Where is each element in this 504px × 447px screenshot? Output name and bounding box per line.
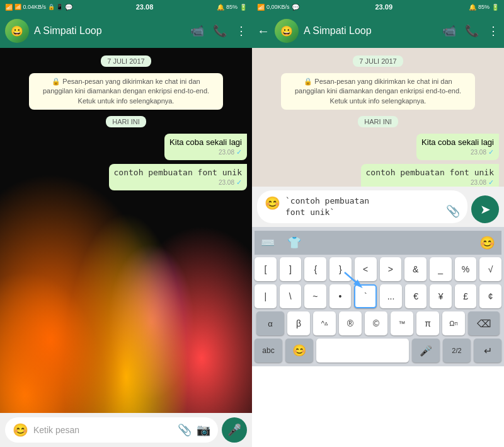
right-status-left: 📶 0,00KB/s 💬 xyxy=(257,4,299,11)
key-trademark[interactable]: ™ xyxy=(391,311,413,335)
right-header-icons: 📹 📞 ⋮ xyxy=(442,24,499,38)
send-icon: ➤ xyxy=(480,202,491,217)
key-omega[interactable]: ΩΠ xyxy=(442,311,465,335)
right-msg-2-time: 23.08 xyxy=(471,179,486,186)
key-pi[interactable]: π xyxy=(416,311,439,335)
key-alpha[interactable]: α xyxy=(256,311,284,335)
left-contact-name: A Simpati Loop xyxy=(34,25,185,37)
left-security-notice[interactable]: 🔒 Pesan-pesan yang dikirimkan ke chat in… xyxy=(29,73,222,110)
right-signal-icon: 📶 xyxy=(257,4,265,11)
key-greater-than[interactable]: > xyxy=(380,257,402,281)
alarm-icon: 🔔 xyxy=(217,4,224,11)
left-attach-icon[interactable]: 📎 xyxy=(178,423,192,437)
right-emoji-icon[interactable]: 😊 xyxy=(265,195,280,211)
right-msg-2-check: ✓ xyxy=(488,178,494,187)
right-date-badge: 7 JULI 2017 xyxy=(353,55,403,67)
key-caret[interactable]: ^Δ xyxy=(313,311,336,335)
left-msg-2-check: ✓ xyxy=(236,178,242,187)
battery-text: 85% xyxy=(226,4,238,10)
right-msg-2: contoh pembuatan font unik 23.08 ✓ xyxy=(361,164,500,187)
left-avatar[interactable]: 😀 xyxy=(5,19,29,43)
keyboard-row-2: | \ ~ • ` ... € ¥ £ ¢ xyxy=(255,284,501,308)
right-chat-area: 7 JULI 2017 🔒 Pesan-pesan yang dikirimka… xyxy=(252,48,504,187)
key-page-indicator[interactable]: 2/2 xyxy=(443,339,471,363)
key-backspace[interactable]: ⌫ xyxy=(468,311,500,335)
right-panel: 📶 0,00KB/s 💬 23.09 🔔 85% 🔋 ← 😀 A Simpati… xyxy=(252,0,504,447)
key-copyright[interactable]: © xyxy=(365,311,387,335)
key-ellipsis[interactable]: ... xyxy=(380,284,402,308)
left-messages: 7 JULI 2017 🔒 Pesan-pesan yang dikirimka… xyxy=(0,48,252,195)
key-open-brace[interactable]: { xyxy=(304,257,326,281)
left-camera-icon[interactable]: 📷 xyxy=(197,423,210,437)
right-contact-name: A Simpati Loop xyxy=(304,25,437,37)
keyboard-toolbar: ⌨️ 👕 😊 xyxy=(255,231,501,255)
key-open-bracket[interactable]: [ xyxy=(255,257,277,281)
left-bottom-bar: 😊 Ketik pesan 📎 📷 🎤 xyxy=(0,413,252,447)
right-voice-call-icon[interactable]: 📞 xyxy=(465,24,479,38)
right-chat-header: ← 😀 A Simpati Loop 📹 📞 ⋮ xyxy=(252,14,504,48)
right-status-speed: 0,00KB/s xyxy=(266,4,290,10)
key-percent[interactable]: % xyxy=(455,257,477,281)
video-call-icon[interactable]: 📹 xyxy=(190,24,204,38)
key-ampersand[interactable]: & xyxy=(404,257,427,281)
left-status-bar: 📶 📶 0.04KB/s 🔒 📱 💬 23.08 🔔 85% 🔋 xyxy=(0,0,252,14)
voice-call-icon[interactable]: 📞 xyxy=(213,24,227,38)
keyboard-icon[interactable]: ⌨️ xyxy=(261,236,275,250)
right-input-text[interactable]: `contoh pembuatan font unik` xyxy=(285,195,441,218)
left-input-area[interactable]: 😊 Ketik pesan 📎 📷 xyxy=(5,417,218,443)
right-battery-icon: 🔋 xyxy=(491,4,499,11)
right-send-button[interactable]: ➤ xyxy=(471,195,499,223)
keyboard: ⌨️ 👕 😊 [ ] { } < > & _ % √ | \ ~ • ` ...… xyxy=(252,227,504,366)
left-status-time: 23.08 xyxy=(136,3,154,11)
key-emoji-bottom[interactable]: 😊 xyxy=(285,339,313,363)
left-input-placeholder: Ketik pesan xyxy=(33,425,173,435)
more-options-icon[interactable]: ⋮ xyxy=(236,24,247,38)
right-security-notice[interactable]: 🔒 Pesan-pesan yang dikirimkan ke chat in… xyxy=(281,73,474,110)
key-sqrt[interactable]: √ xyxy=(479,257,501,281)
avatar-image: 😀 xyxy=(5,19,29,43)
left-header-icons: 📹 📞 ⋮ xyxy=(190,24,247,38)
left-today-badge: HARI INI xyxy=(106,116,146,127)
key-beta[interactable]: β xyxy=(287,311,310,335)
key-pipe[interactable]: | xyxy=(255,284,277,308)
left-msg-1-meta: 23.08 ✓ xyxy=(169,148,242,156)
key-close-bracket[interactable]: ] xyxy=(280,257,302,281)
key-pound[interactable]: £ xyxy=(455,284,477,308)
key-space[interactable] xyxy=(316,339,409,363)
left-emoji-icon[interactable]: 😊 xyxy=(13,422,28,438)
left-input-icons: 📎 📷 xyxy=(178,423,210,437)
right-status-bar: 📶 0,00KB/s 💬 23.09 🔔 85% 🔋 xyxy=(252,0,504,14)
key-mic-bottom[interactable]: 🎤 xyxy=(412,339,440,363)
right-attach-icon[interactable]: 📎 xyxy=(446,204,460,218)
key-backslash[interactable]: \ xyxy=(280,284,302,308)
right-bottom-bar: 😊 `contoh pembuatan font unik` 📎 ➤ xyxy=(252,187,504,227)
key-tilde[interactable]: ~ xyxy=(304,284,326,308)
key-cent[interactable]: ¢ xyxy=(479,284,501,308)
left-status-right: 🔔 85% 🔋 xyxy=(217,4,247,11)
key-enter[interactable]: ↵ xyxy=(474,339,501,363)
left-mic-button[interactable]: 🎤 xyxy=(222,417,247,443)
left-chat-area: 7 JULI 2017 🔒 Pesan-pesan yang dikirimka… xyxy=(0,48,252,413)
right-msg-2-meta: 23.08 ✓ xyxy=(366,178,495,187)
emoji-toolbar-icon[interactable]: 😊 xyxy=(479,235,495,250)
left-msg-2-text: contoh pembuatan font unik xyxy=(114,168,243,177)
key-euro[interactable]: € xyxy=(405,284,427,308)
right-whatsapp-icon: 💬 xyxy=(292,4,299,11)
left-msg-2-meta: 23.08 ✓ xyxy=(114,178,243,187)
left-msg-1: Kita coba sekali lagi 23.08 ✓ xyxy=(164,134,247,160)
right-video-call-icon[interactable]: 📹 xyxy=(442,24,456,38)
back-icon[interactable]: ← xyxy=(257,24,270,38)
key-yen[interactable]: ¥ xyxy=(430,284,452,308)
key-underscore[interactable]: _ xyxy=(430,257,452,281)
tshirt-icon[interactable]: 👕 xyxy=(287,236,301,250)
keyboard-bottom-row: abc 😊 🎤 2/2 ↵ xyxy=(255,339,501,363)
right-more-options-icon[interactable]: ⋮ xyxy=(488,24,499,38)
keyboard-row-1: [ ] { } < > & _ % √ xyxy=(255,257,501,281)
key-abc[interactable]: abc xyxy=(255,339,282,363)
right-avatar[interactable]: 😀 xyxy=(275,19,299,43)
battery-icon: 🔋 xyxy=(239,4,247,11)
key-registered[interactable]: ® xyxy=(339,311,362,335)
left-msg-1-time: 23.08 xyxy=(219,149,234,156)
right-input-area[interactable]: 😊 `contoh pembuatan font unik` 📎 xyxy=(257,190,467,223)
signal-icon: 📶 xyxy=(5,4,13,11)
